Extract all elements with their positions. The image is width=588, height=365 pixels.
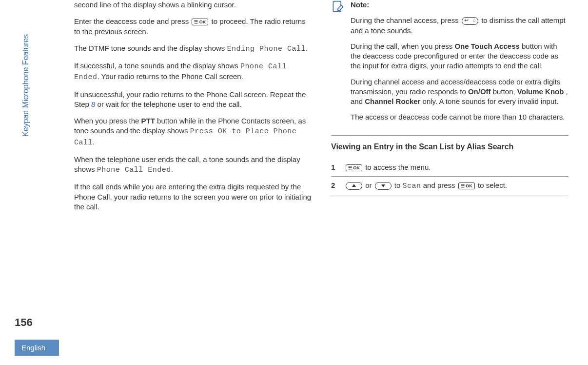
ptt-label: PTT [141,117,155,125]
step-row: 1 ☰ OK to access the menu. [331,159,568,177]
para: second line of the display shows a blink… [74,0,312,10]
text: to select. [478,181,507,189]
bold: On/Off [468,87,491,96]
text: If successful, a tone sounds and the dis… [74,61,240,70]
language-tab: English [15,340,59,356]
bold: Channel Rocker [365,97,420,105]
text: or [365,181,374,189]
side-section-label: Keypad Microphone Features [21,34,30,137]
text: . Your radio returns to the Phone Call s… [98,72,243,81]
note-para: The access or deaccess code cannot be mo… [351,112,568,122]
text: button, [493,87,517,96]
note-title: Note: [351,0,369,9]
para: The DTMF tone sounds and the display sho… [74,43,312,54]
note-para: During the channel access, press to dism… [351,16,568,36]
text: During the call, when you press [351,42,454,50]
ok-button-icon: ☰ OK [346,164,362,171]
text: The DTMF tone sounds and the display sho… [74,44,227,52]
text: When you press the [74,117,141,125]
para: If unsuccessful, your radio returns to t… [74,90,312,110]
step-number: 2 [331,181,340,190]
text: to access the menu. [365,163,431,171]
text: and press [423,181,457,189]
display-text: Ending Phone Call [227,45,306,53]
para: When the telephone user ends the call, a… [74,155,312,176]
para: If successful, a tone sounds and the dis… [74,61,312,83]
display-text: Scan [403,182,421,190]
ok-button-icon: ☰ OK [192,19,208,25]
text: . [306,44,308,52]
note-para: During the call, when you press One Touc… [351,41,568,71]
back-home-button-icon [462,17,478,25]
text: Enter the deaccess code and press [74,17,191,25]
up-button-icon [346,182,362,190]
display-text: Phone Call Ended [97,166,171,174]
text: . [93,138,95,146]
bold: Volume Knob [517,87,564,96]
text: . [171,165,173,173]
note-body: Note: During the channel access, press t… [351,0,568,128]
divider [331,135,568,136]
para: If the call ends while you are entering … [74,182,312,212]
text: During the channel access, press [351,16,461,24]
bold: One Touch Access [454,42,519,50]
text: only. A tone sounds for every invalid in… [423,97,559,105]
step-row: 2 or to Scan and press ☰ OK to select. [331,177,568,196]
page-number: 156 [15,316,33,329]
step-text: ☰ OK to access the menu. [345,162,568,172]
text: or wait for the telephone user to end th… [98,100,242,108]
left-column: second line of the display shows a blink… [74,0,312,219]
note-icon [331,0,345,14]
step-link[interactable]: 8 [91,100,95,108]
note-block: Note: During the channel access, press t… [331,0,568,128]
step-text: or to Scan and press ☰ OK to select. [345,181,568,191]
right-column: Note: During the channel access, press t… [331,0,568,219]
text: to [394,181,403,189]
section-title: Viewing an Entry in the Scan List by Ali… [331,142,568,152]
para: When you press the PTT button while in t… [74,116,312,148]
down-button-icon [375,182,392,190]
step-number: 1 [331,162,340,172]
note-para: During channel access and access/deacces… [351,77,568,107]
ok-button-icon: ☰ OK [458,182,475,189]
para: Enter the deaccess code and press ☰ OK t… [74,17,312,37]
